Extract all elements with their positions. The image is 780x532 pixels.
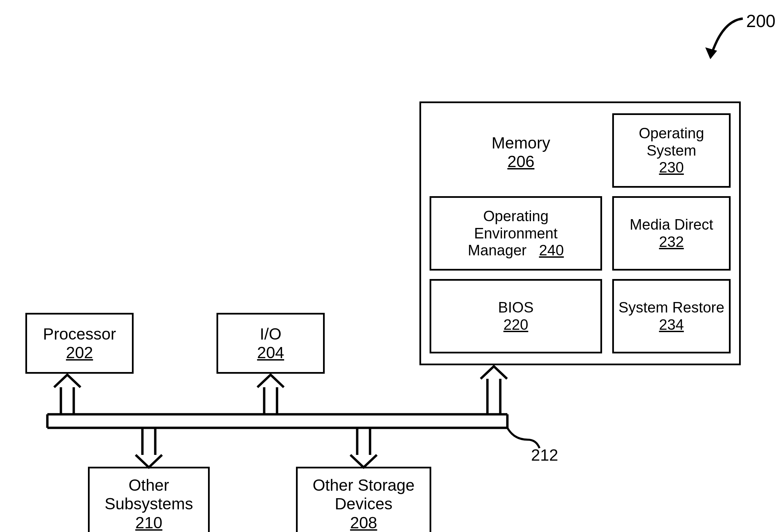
memory-sr-label: System Restore <box>619 299 725 316</box>
memory-oem-label3-line: Manager 240 <box>468 242 564 259</box>
memory-label: Memory <box>491 134 550 152</box>
memory-os-box: Operating System 230 <box>612 113 731 188</box>
memory-os-label2: System <box>647 142 696 159</box>
memory-label-block: Memory 206 <box>440 118 602 186</box>
memory-oem-label1: Operating <box>483 208 548 225</box>
subsystems-ref: 210 <box>135 513 162 532</box>
memory-md-box: Media Direct 232 <box>612 196 731 271</box>
processor-box: Processor 202 <box>25 313 134 374</box>
storage-label1: Other Storage <box>313 476 415 494</box>
memory-os-label1: Operating <box>639 125 704 142</box>
memory-oem-label2: Environment <box>474 225 557 242</box>
bus-reference-label: 212 <box>531 446 558 464</box>
memory-md-ref: 232 <box>659 233 684 251</box>
memory-sr-box: System Restore 234 <box>612 279 731 353</box>
memory-oem-ref: 240 <box>539 242 564 258</box>
subsystems-label1: Other <box>129 476 169 494</box>
memory-ref: 206 <box>507 152 534 171</box>
memory-bios-ref: 220 <box>503 316 528 333</box>
svg-marker-0 <box>705 47 717 59</box>
storage-box: Other Storage Devices 208 <box>296 467 431 532</box>
figure-reference-label: 200 <box>746 11 776 31</box>
storage-label2: Devices <box>335 494 393 513</box>
subsystems-box: Other Subsystems 210 <box>88 467 210 532</box>
storage-ref: 208 <box>350 513 377 532</box>
memory-os-ref: 230 <box>659 159 684 176</box>
subsystems-label2: Subsystems <box>105 494 193 513</box>
processor-label: Processor <box>43 325 116 343</box>
memory-md-label: Media Direct <box>630 216 713 233</box>
io-box: I/O 204 <box>216 313 325 374</box>
memory-oem-label3: Manager <box>468 242 527 258</box>
memory-oem-box: Operating Environment Manager 240 <box>430 196 602 271</box>
io-label: I/O <box>260 325 281 343</box>
io-ref: 204 <box>257 343 284 362</box>
processor-ref: 202 <box>66 343 93 362</box>
memory-sr-ref: 234 <box>659 316 684 333</box>
memory-bios-box: BIOS 220 <box>430 279 602 353</box>
memory-bios-label: BIOS <box>498 299 533 316</box>
